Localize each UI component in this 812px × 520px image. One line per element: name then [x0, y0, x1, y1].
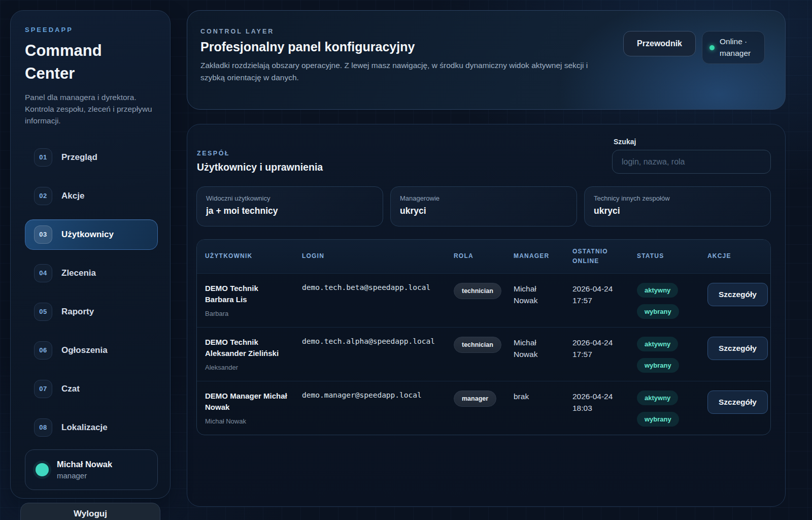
status-badge-selected: wybrany [637, 358, 679, 373]
stat-value: ukryci [400, 206, 567, 216]
online-dot-icon [709, 45, 715, 50]
user-name: DEMO Technik Barbara Lis [205, 283, 289, 305]
sidebar-item-label: Lokalizacje [61, 422, 108, 433]
sidebar-nav: 01 Przegląd 02 Akcje 03 Użytkownicy 04 Z… [25, 142, 158, 443]
sidebar-item-czat[interactable]: 07 Czat [25, 374, 158, 404]
sidebar-item-label: Użytkownicy [61, 230, 114, 240]
col-header-actions: AKCJE [699, 246, 770, 266]
online-status-text: Online · manager [720, 36, 757, 59]
app-title: Command Center [25, 40, 147, 85]
search-input[interactable] [612, 150, 771, 174]
sidebar-item-lokalizacje[interactable]: 08 Lokalizacje [25, 412, 158, 443]
nav-number-badge: 08 [34, 418, 52, 437]
col-header-last-online: OSTATNIO ONLINE [564, 242, 629, 271]
last-online: 2026-04-24 17:57 [572, 338, 613, 359]
stat-label: Technicy innych zespołów [594, 194, 761, 202]
current-user-card: Michał Nowak manager [25, 449, 158, 490]
stat-card-managers: Managerowie ukryci [390, 186, 577, 226]
manager-name: brak [514, 392, 529, 401]
status-badge-active: aktywny [637, 283, 678, 298]
sidebar: SPEEDAPP Command Center Panel dla manage… [10, 10, 171, 499]
table-row: DEMO Manager Michał Nowak Michał Nowak d… [197, 381, 770, 435]
user-status-dot-icon [36, 463, 49, 476]
panel-title: Użytkownicy i uprawnienia [197, 161, 323, 173]
user-login: demo.tech.alpha@speedapp.local [302, 337, 435, 345]
guide-button[interactable]: Przewodnik [623, 31, 696, 56]
stat-value: ukryci [594, 206, 761, 216]
nav-number-badge: 02 [34, 187, 52, 205]
nav-number-badge: 05 [34, 303, 52, 321]
search-label: Szukaj [614, 138, 771, 146]
sidebar-item-label: Czat [61, 384, 80, 394]
panel-eyebrow: ZESPÓŁ [197, 150, 323, 157]
status-badge-active: aktywny [637, 391, 678, 405]
user-login: demo.manager@speedapp.local [302, 391, 422, 399]
sidebar-item-uzytkownicy[interactable]: 03 Użytkownicy [25, 219, 158, 250]
user-name: DEMO Manager Michał Nowak [205, 391, 289, 413]
brand-label: SPEEDAPP [25, 26, 158, 34]
sidebar-item-przeglad[interactable]: 01 Przegląd [25, 142, 158, 173]
table-header-row: UŻYTKOWNIK LOGIN ROLA MANAGER OSTATNIO O… [197, 240, 770, 273]
stat-value: ja + moi technicy [206, 206, 374, 216]
status-badge-active: aktywny [637, 337, 678, 351]
table-row: DEMO Technik Aleksander Zieliński Aleksa… [197, 327, 770, 381]
role-badge: technician [454, 337, 501, 353]
user-name: DEMO Technik Aleksander Zieliński [205, 337, 289, 359]
role-badge: technician [454, 283, 501, 299]
user-login: demo.tech.beta@speedapp.local [302, 283, 430, 291]
manager-name: Michał Nowak [514, 338, 537, 359]
stat-card-other-technicians: Technicy innych zespołów ukryci [584, 186, 771, 226]
sidebar-item-raporty[interactable]: 05 Raporty [25, 297, 158, 327]
nav-number-badge: 03 [34, 225, 52, 244]
sidebar-item-akcje[interactable]: 02 Akcje [25, 181, 158, 211]
status-badge-selected: wybrany [637, 412, 679, 427]
hero-title: Profesjonalny panel konfiguracyjny [200, 40, 604, 54]
user-subname: Barbara [205, 310, 286, 317]
details-button[interactable]: Szczegóły [707, 391, 768, 414]
details-button[interactable]: Szczegóły [707, 283, 768, 306]
sidebar-item-label: Ogłoszenia [61, 345, 108, 355]
stats-row: Widoczni użytkownicy ja + moi technicy M… [196, 186, 771, 226]
nav-number-badge: 07 [34, 380, 52, 398]
nav-number-badge: 04 [34, 264, 52, 282]
users-table: UŻYTKOWNIK LOGIN ROLA MANAGER OSTATNIO O… [196, 239, 771, 435]
col-header-login: LOGIN [294, 246, 446, 266]
last-online: 2026-04-24 18:03 [572, 392, 613, 412]
sidebar-item-ogloszenia[interactable]: 06 Ogłoszenia [25, 335, 158, 366]
logout-button[interactable]: Wyloguj [20, 503, 160, 520]
role-badge: manager [454, 391, 496, 407]
users-panel: ZESPÓŁ Użytkownicy i uprawnienia Szukaj … [187, 124, 786, 507]
nav-number-badge: 01 [34, 148, 52, 167]
stat-card-visible-users: Widoczni użytkownicy ja + moi technicy [196, 186, 383, 226]
stat-label: Managerowie [400, 194, 567, 202]
app-description: Panel dla managera i dyrektora. Kontrola… [25, 91, 161, 127]
last-online: 2026-04-24 17:57 [572, 284, 613, 305]
nav-number-badge: 06 [34, 341, 52, 360]
sidebar-item-label: Raporty [61, 307, 94, 317]
hero-card: CONTROL LAYER Profesjonalny panel konfig… [187, 10, 786, 110]
stat-label: Widoczni użytkownicy [206, 194, 374, 202]
sidebar-item-zlecenia[interactable]: 04 Zlecenia [25, 258, 158, 288]
sidebar-item-label: Przegląd [61, 152, 97, 162]
sidebar-item-label: Zlecenia [61, 268, 96, 278]
col-header-status: STATUS [629, 246, 699, 266]
col-header-user: UŻYTKOWNIK [197, 246, 294, 266]
col-header-role: ROLA [446, 246, 505, 266]
sidebar-item-label: Akcje [61, 191, 84, 201]
current-user-name: Michał Nowak [57, 460, 112, 469]
details-button[interactable]: Szczegóły [707, 337, 768, 360]
table-row: DEMO Technik Barbara Lis Barbara demo.te… [197, 273, 770, 327]
status-badge-selected: wybrany [637, 304, 679, 319]
user-subname: Aleksander [205, 364, 286, 371]
col-header-manager: MANAGER [505, 246, 564, 266]
manager-name: Michał Nowak [514, 284, 537, 305]
hero-eyebrow: CONTROL LAYER [200, 28, 604, 35]
current-user-role: manager [57, 471, 112, 480]
hero-description: Zakładki rozdzielają obszary operacyjne.… [200, 59, 604, 84]
online-status-chip: Online · manager [702, 31, 765, 64]
user-subname: Michał Nowak [205, 417, 286, 425]
